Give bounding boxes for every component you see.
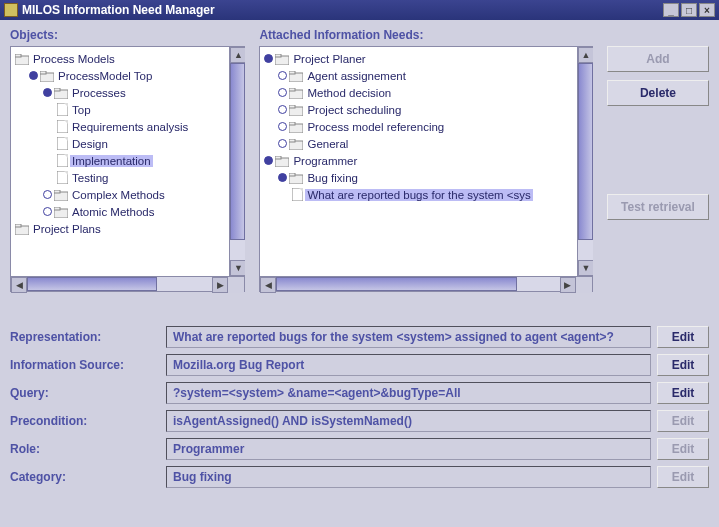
expand-toggle[interactable] (43, 190, 52, 199)
details-form: Representation: What are reported bugs f… (10, 326, 709, 488)
delete-button[interactable]: Delete (607, 80, 709, 106)
tree-item-processmodel-top[interactable]: ProcessModel Top (56, 70, 154, 82)
horizontal-scrollbar[interactable]: ◀ ▶ (10, 276, 245, 292)
source-label: Information Source: (10, 358, 160, 372)
svg-rect-27 (289, 88, 295, 91)
close-button[interactable]: × (699, 3, 715, 17)
tree-item-top[interactable]: Top (70, 104, 93, 116)
tree-item-project-plans[interactable]: Project Plans (31, 223, 103, 235)
scroll-left-icon[interactable]: ◀ (260, 277, 276, 293)
objects-heading: Objects: (10, 28, 245, 42)
tree-item-programmer[interactable]: Programmer (291, 155, 359, 167)
tree-item-process-model-ref[interactable]: Process model referencing (305, 121, 446, 133)
app-icon (4, 3, 18, 17)
scroll-right-icon[interactable]: ▶ (212, 277, 228, 293)
needs-panel: Attached Information Needs: Project Plan… (259, 28, 593, 292)
scroll-down-icon[interactable]: ▼ (578, 260, 593, 276)
expand-toggle[interactable] (264, 54, 273, 63)
tree-item-complex-methods[interactable]: Complex Methods (70, 189, 167, 201)
expand-toggle[interactable] (278, 71, 287, 80)
tree-item-project-planer[interactable]: Project Planer (291, 53, 367, 65)
maximize-button[interactable]: □ (681, 3, 697, 17)
expand-toggle[interactable] (278, 173, 287, 182)
tree-item-implementation[interactable]: Implementation (70, 155, 153, 167)
tree-item-method-decision[interactable]: Method decision (305, 87, 393, 99)
file-icon (57, 137, 68, 150)
tree-item-design[interactable]: Design (70, 138, 110, 150)
tree-item-atomic-methods[interactable]: Atomic Methods (70, 206, 156, 218)
folder-icon (275, 54, 289, 65)
test-retrieval-button[interactable]: Test retrieval (607, 194, 709, 220)
expand-toggle[interactable] (264, 156, 273, 165)
tree-item-requirements[interactable]: Requirements analysis (70, 121, 190, 133)
file-icon (57, 154, 68, 167)
svg-rect-1 (15, 54, 21, 57)
representation-label: Representation: (10, 330, 160, 344)
folder-icon (15, 224, 29, 235)
tree-item-general[interactable]: General (305, 138, 350, 150)
expand-toggle[interactable] (278, 105, 287, 114)
category-field[interactable]: Bug fixing (166, 466, 651, 488)
svg-rect-5 (54, 88, 60, 91)
folder-icon (289, 173, 303, 184)
source-field[interactable]: Mozilla.org Bug Report (166, 354, 651, 376)
edit-category-button[interactable]: Edit (657, 466, 709, 488)
horizontal-scrollbar[interactable]: ◀ ▶ (259, 276, 593, 292)
vertical-scrollbar[interactable]: ▲ ▼ (577, 47, 593, 276)
tree-item-process-models[interactable]: Process Models (31, 53, 117, 65)
tree-item-bug-fixing[interactable]: Bug fixing (305, 172, 360, 184)
action-buttons: Add Delete Test retrieval (607, 28, 709, 292)
window-title: MILOS Information Need Manager (22, 3, 215, 17)
file-icon (57, 103, 68, 116)
folder-icon (54, 207, 68, 218)
svg-rect-17 (54, 190, 60, 193)
svg-rect-21 (15, 224, 21, 227)
scroll-up-icon[interactable]: ▲ (578, 47, 593, 63)
file-icon (57, 120, 68, 133)
role-field[interactable]: Programmer (166, 438, 651, 460)
file-icon (292, 188, 303, 201)
expand-toggle[interactable] (278, 88, 287, 97)
representation-field[interactable]: What are reported bugs for the system <s… (166, 326, 651, 348)
expand-toggle[interactable] (43, 207, 52, 216)
folder-icon (289, 139, 303, 150)
edit-precondition-button[interactable]: Edit (657, 410, 709, 432)
tree-item-testing[interactable]: Testing (70, 172, 110, 184)
objects-panel: Objects: Process Models ProcessModel Top… (10, 28, 245, 292)
precondition-field[interactable]: isAgentAssigned() AND isSystemNamed() (166, 410, 651, 432)
needs-tree[interactable]: Project Planer Agent assignement Method … (259, 46, 593, 276)
expand-toggle[interactable] (29, 71, 38, 80)
tree-item-question[interactable]: What are reported bugs for the system <s… (305, 189, 532, 201)
scroll-down-icon[interactable]: ▼ (230, 260, 245, 276)
title-bar: MILOS Information Need Manager _ □ × (0, 0, 719, 20)
expand-toggle[interactable] (278, 122, 287, 131)
svg-rect-37 (289, 173, 295, 176)
edit-representation-button[interactable]: Edit (657, 326, 709, 348)
folder-icon (289, 122, 303, 133)
vertical-scrollbar[interactable]: ▲ ▼ (229, 47, 245, 276)
expand-toggle[interactable] (43, 88, 52, 97)
folder-icon (275, 156, 289, 167)
edit-source-button[interactable]: Edit (657, 354, 709, 376)
scroll-up-icon[interactable]: ▲ (230, 47, 245, 63)
tree-item-project-scheduling[interactable]: Project scheduling (305, 104, 403, 116)
folder-icon (289, 88, 303, 99)
query-field[interactable]: ?system=<system> &name=<agent>&bugType=A… (166, 382, 651, 404)
objects-tree[interactable]: Process Models ProcessModel Top Processe… (10, 46, 245, 276)
needs-heading: Attached Information Needs: (259, 28, 593, 42)
scroll-left-icon[interactable]: ◀ (11, 277, 27, 293)
add-button[interactable]: Add (607, 46, 709, 72)
tree-item-processes[interactable]: Processes (70, 87, 128, 99)
scroll-right-icon[interactable]: ▶ (560, 277, 576, 293)
edit-query-button[interactable]: Edit (657, 382, 709, 404)
svg-rect-19 (54, 207, 60, 210)
folder-icon (54, 88, 68, 99)
minimize-button[interactable]: _ (663, 3, 679, 17)
query-label: Query: (10, 386, 160, 400)
expand-toggle[interactable] (278, 139, 287, 148)
svg-rect-31 (289, 122, 295, 125)
edit-role-button[interactable]: Edit (657, 438, 709, 460)
category-label: Category: (10, 470, 160, 484)
svg-rect-29 (289, 105, 295, 108)
tree-item-agent-assignment[interactable]: Agent assignement (305, 70, 407, 82)
